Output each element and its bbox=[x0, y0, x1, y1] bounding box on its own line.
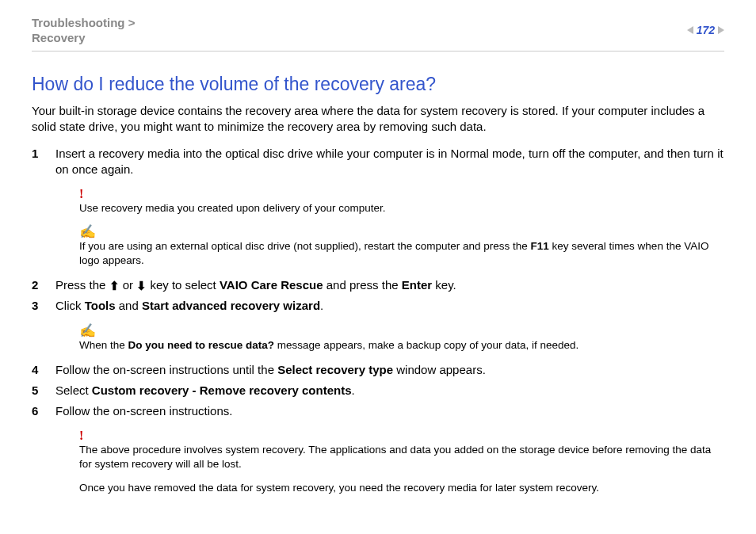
note-text: If you are using an external optical dis… bbox=[79, 240, 708, 266]
next-page-icon[interactable] bbox=[718, 26, 724, 34]
step-text: Insert a recovery media into the optical… bbox=[55, 147, 724, 176]
note-text: When the Do you need to rescue data? mes… bbox=[79, 339, 578, 351]
step-number: 3 bbox=[32, 298, 38, 314]
tip-note: ✍ When the Do you need to rescue data? m… bbox=[79, 324, 724, 353]
step-3: 3 Click Tools and Start advanced recover… bbox=[32, 298, 724, 352]
step-text: Press the ⬆ or ⬇ key to select VAIO Care… bbox=[55, 278, 456, 292]
step-text: Follow the on-screen instructions. bbox=[55, 404, 232, 418]
page-title: How do I reduce the volume of the recove… bbox=[32, 74, 724, 95]
page-number-nav: 172 bbox=[687, 16, 724, 36]
tip-note: ✍ If you are using an external optical d… bbox=[79, 225, 724, 268]
note-text: The above procedure involves system reco… bbox=[79, 444, 711, 470]
step-number: 6 bbox=[32, 403, 38, 419]
page: Troubleshooting > Recovery 172 How do I … bbox=[0, 0, 756, 534]
note-text: Use recovery media you created upon deli… bbox=[79, 202, 385, 214]
step-5: 5 Select Custom recovery - Remove recove… bbox=[32, 383, 724, 399]
step-2: 2 Press the ⬆ or ⬇ key to select VAIO Ca… bbox=[32, 277, 724, 293]
caution-icon: ! bbox=[79, 188, 724, 200]
step-number: 2 bbox=[32, 277, 38, 293]
tip-icon: ✍ bbox=[79, 225, 724, 238]
up-arrow-icon: ⬆ bbox=[109, 280, 120, 292]
info-note: Once you have removed the data for syste… bbox=[79, 481, 724, 495]
breadcrumb: Troubleshooting > Recovery bbox=[32, 16, 135, 46]
step-4: 4 Follow the on-screen instructions unti… bbox=[32, 362, 724, 378]
step-text: Follow the on-screen instructions until … bbox=[55, 363, 486, 376]
caution-icon: ! bbox=[79, 429, 724, 442]
note-text: Once you have removed the data for syste… bbox=[79, 482, 599, 494]
step-number: 1 bbox=[32, 146, 38, 162]
down-arrow-icon: ⬇ bbox=[136, 280, 147, 292]
header: Troubleshooting > Recovery 172 bbox=[32, 16, 724, 46]
step-6: 6 Follow the on-screen instructions. ! T… bbox=[32, 403, 724, 495]
caution-note: ! The above procedure involves system re… bbox=[79, 429, 724, 471]
breadcrumb-line2: Recovery bbox=[32, 31, 86, 44]
step-number: 4 bbox=[32, 362, 38, 378]
header-divider bbox=[32, 51, 724, 51]
step-1: 1 Insert a recovery media into the optic… bbox=[32, 146, 724, 268]
step-text: Select Custom recovery - Remove recovery… bbox=[55, 383, 355, 397]
prev-page-icon[interactable] bbox=[687, 26, 693, 34]
breadcrumb-line1: Troubleshooting > bbox=[32, 16, 135, 29]
step-text: Click Tools and Start advanced recovery … bbox=[55, 299, 323, 312]
intro-paragraph: Your built-in storage device contains th… bbox=[32, 103, 724, 135]
page-number: 172 bbox=[697, 24, 715, 36]
caution-note: ! Use recovery media you created upon de… bbox=[79, 188, 724, 216]
steps-list: 1 Insert a recovery media into the optic… bbox=[32, 146, 724, 495]
step-number: 5 bbox=[32, 383, 38, 399]
tip-icon: ✍ bbox=[79, 324, 724, 338]
